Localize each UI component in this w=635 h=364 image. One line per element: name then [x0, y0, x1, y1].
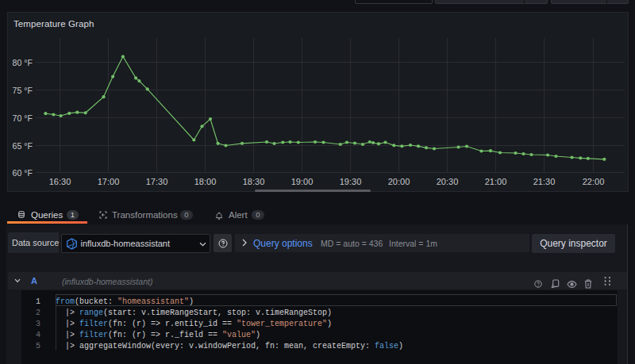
svg-text:17:00: 17:00 [98, 177, 120, 186]
svg-text:22:00: 22:00 [583, 177, 605, 186]
svg-text:17:30: 17:30 [146, 177, 168, 186]
svg-text:21:00: 21:00 [485, 177, 507, 186]
svg-text:60 °F: 60 °F [13, 168, 33, 178]
svg-text:21:30: 21:30 [533, 177, 556, 186]
svg-text:20:30: 20:30 [437, 177, 459, 186]
svg-text:65 °F: 65 °F [13, 141, 33, 151]
svg-text:19:30: 19:30 [340, 177, 362, 186]
svg-text:20:00: 20:00 [388, 177, 410, 186]
svg-text:19:00: 19:00 [291, 177, 314, 186]
svg-text:18:30: 18:30 [243, 177, 265, 186]
svg-text:18:00: 18:00 [194, 177, 217, 186]
svg-text:70 °F: 70 °F [13, 113, 33, 123]
svg-text:16:30: 16:30 [49, 177, 71, 186]
svg-text:75 °F: 75 °F [13, 86, 33, 95]
svg-text:80 °F: 80 °F [13, 58, 33, 67]
